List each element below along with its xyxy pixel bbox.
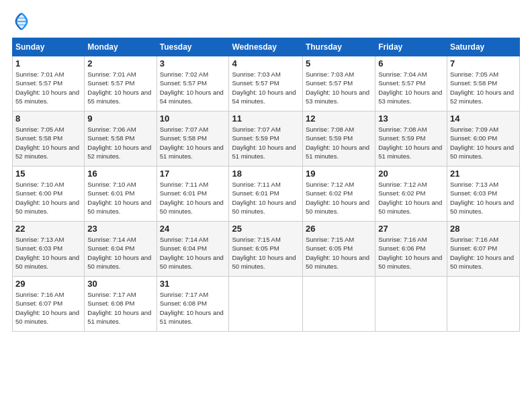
calendar-week-4: 22 Sunrise: 7:13 AMSunset: 6:03 PMDaylig… [13,222,520,277]
day-info: Sunrise: 7:08 AMSunset: 5:59 PMDaylight:… [378,126,442,160]
day-info: Sunrise: 7:12 AMSunset: 6:02 PMDaylight:… [378,181,442,215]
day-number: 14 [450,113,517,124]
day-number: 5 [306,58,372,68]
day-number: 25 [232,224,299,234]
day-info: Sunrise: 7:15 AMSunset: 6:05 PMDaylight:… [306,236,369,270]
day-info: Sunrise: 7:11 AMSunset: 6:01 PMDaylight:… [232,181,296,215]
day-cell-19: 19 Sunrise: 7:12 AMSunset: 6:02 PMDaylig… [302,167,375,222]
day-number: 27 [378,224,444,234]
day-number: 8 [15,113,81,124]
day-number: 21 [450,169,517,179]
day-number: 17 [160,169,226,179]
calendar-week-3: 15 Sunrise: 7:10 AMSunset: 6:00 PMDaylig… [13,167,520,222]
day-number: 12 [306,113,372,124]
day-info: Sunrise: 7:10 AMSunset: 6:01 PMDaylight:… [87,181,151,215]
day-info: Sunrise: 7:13 AMSunset: 6:03 PMDaylight:… [450,181,514,215]
empty-cell [302,277,375,332]
header [12,12,520,31]
calendar-week-2: 8 Sunrise: 7:05 AMSunset: 5:58 PMDayligh… [13,111,520,167]
day-number: 20 [378,169,444,179]
day-cell-27: 27 Sunrise: 7:16 AMSunset: 6:06 PMDaylig… [375,222,447,277]
day-cell-6: 6 Sunrise: 7:04 AMSunset: 5:57 PMDayligh… [375,56,447,111]
day-cell-31: 31 Sunrise: 7:17 AMSunset: 6:08 PMDaylig… [157,277,229,332]
day-info: Sunrise: 7:01 AMSunset: 5:57 PMDaylight:… [87,71,151,105]
day-info: Sunrise: 7:10 AMSunset: 6:00 PMDaylight:… [15,181,79,215]
day-info: Sunrise: 7:17 AMSunset: 6:08 PMDaylight:… [87,291,151,325]
day-cell-12: 12 Sunrise: 7:08 AMSunset: 5:59 PMDaylig… [302,111,375,167]
day-cell-25: 25 Sunrise: 7:15 AMSunset: 6:05 PMDaylig… [229,222,302,277]
day-info: Sunrise: 7:12 AMSunset: 6:02 PMDaylight:… [306,181,369,215]
day-info: Sunrise: 7:03 AMSunset: 5:57 PMDaylight:… [306,71,369,105]
weekday-header-saturday: Saturday [447,38,519,56]
day-info: Sunrise: 7:07 AMSunset: 5:59 PMDaylight:… [232,126,296,160]
empty-cell [229,277,302,332]
day-cell-17: 17 Sunrise: 7:11 AMSunset: 6:01 PMDaylig… [157,167,229,222]
day-number: 9 [87,113,153,124]
logo [12,12,33,31]
day-info: Sunrise: 7:14 AMSunset: 6:04 PMDaylight:… [87,236,151,270]
day-info: Sunrise: 7:17 AMSunset: 6:08 PMDaylight:… [160,291,224,325]
calendar-week-5: 29 Sunrise: 7:16 AMSunset: 6:07 PMDaylig… [13,277,520,332]
day-number: 29 [15,279,81,289]
day-number: 19 [306,169,372,179]
day-info: Sunrise: 7:06 AMSunset: 5:58 PMDaylight:… [87,126,151,160]
day-info: Sunrise: 7:14 AMSunset: 6:04 PMDaylight:… [160,236,224,270]
day-cell-30: 30 Sunrise: 7:17 AMSunset: 6:08 PMDaylig… [85,277,157,332]
day-cell-8: 8 Sunrise: 7:05 AMSunset: 5:58 PMDayligh… [13,111,85,167]
weekday-header-friday: Friday [375,38,447,56]
weekday-header-monday: Monday [85,38,157,56]
calendar-table: SundayMondayTuesdayWednesdayThursdayFrid… [12,38,520,332]
day-info: Sunrise: 7:15 AMSunset: 6:05 PMDaylight:… [232,236,296,270]
day-number: 10 [160,113,226,124]
day-info: Sunrise: 7:07 AMSunset: 5:58 PMDaylight:… [160,126,224,160]
weekday-header-sunday: Sunday [13,38,85,56]
day-number: 22 [15,224,81,234]
day-cell-9: 9 Sunrise: 7:06 AMSunset: 5:58 PMDayligh… [85,111,157,167]
day-number: 23 [87,224,153,234]
day-number: 24 [160,224,226,234]
day-number: 18 [232,169,299,179]
day-cell-5: 5 Sunrise: 7:03 AMSunset: 5:57 PMDayligh… [302,56,375,111]
day-number: 4 [232,58,299,68]
day-info: Sunrise: 7:04 AMSunset: 5:57 PMDaylight:… [378,71,442,105]
empty-cell [447,277,519,332]
day-number: 13 [378,113,444,124]
day-info: Sunrise: 7:16 AMSunset: 6:06 PMDaylight:… [378,236,442,270]
day-info: Sunrise: 7:13 AMSunset: 6:03 PMDaylight:… [15,236,79,270]
day-info: Sunrise: 7:05 AMSunset: 5:58 PMDaylight:… [15,126,79,160]
day-info: Sunrise: 7:09 AMSunset: 6:00 PMDaylight:… [450,126,514,160]
day-info: Sunrise: 7:11 AMSunset: 6:01 PMDaylight:… [160,181,224,215]
day-cell-2: 2 Sunrise: 7:01 AMSunset: 5:57 PMDayligh… [85,56,157,111]
day-cell-3: 3 Sunrise: 7:02 AMSunset: 5:57 PMDayligh… [157,56,229,111]
page: SundayMondayTuesdayWednesdayThursdayFrid… [0,0,532,411]
day-cell-7: 7 Sunrise: 7:05 AMSunset: 5:58 PMDayligh… [447,56,519,111]
day-number: 1 [15,58,81,68]
day-info: Sunrise: 7:16 AMSunset: 6:07 PMDaylight:… [15,291,79,325]
day-number: 6 [378,58,444,68]
weekday-header-wednesday: Wednesday [229,38,302,56]
day-number: 11 [232,113,299,124]
day-number: 3 [160,58,226,68]
logo-icon [12,12,31,31]
day-cell-11: 11 Sunrise: 7:07 AMSunset: 5:59 PMDaylig… [229,111,302,167]
day-number: 7 [450,58,517,68]
day-cell-10: 10 Sunrise: 7:07 AMSunset: 5:58 PMDaylig… [157,111,229,167]
day-cell-26: 26 Sunrise: 7:15 AMSunset: 6:05 PMDaylig… [302,222,375,277]
weekday-header-thursday: Thursday [302,38,375,56]
day-number: 16 [87,169,153,179]
day-info: Sunrise: 7:02 AMSunset: 5:57 PMDaylight:… [160,71,224,105]
day-cell-22: 22 Sunrise: 7:13 AMSunset: 6:03 PMDaylig… [13,222,85,277]
day-cell-29: 29 Sunrise: 7:16 AMSunset: 6:07 PMDaylig… [13,277,85,332]
weekday-header-row: SundayMondayTuesdayWednesdayThursdayFrid… [13,38,520,56]
day-cell-23: 23 Sunrise: 7:14 AMSunset: 6:04 PMDaylig… [85,222,157,277]
day-cell-13: 13 Sunrise: 7:08 AMSunset: 5:59 PMDaylig… [375,111,447,167]
day-cell-1: 1 Sunrise: 7:01 AMSunset: 5:57 PMDayligh… [13,56,85,111]
day-info: Sunrise: 7:08 AMSunset: 5:59 PMDaylight:… [306,126,369,160]
empty-cell [375,277,447,332]
day-info: Sunrise: 7:05 AMSunset: 5:58 PMDaylight:… [450,71,514,105]
day-info: Sunrise: 7:03 AMSunset: 5:57 PMDaylight:… [232,71,296,105]
day-cell-18: 18 Sunrise: 7:11 AMSunset: 6:01 PMDaylig… [229,167,302,222]
day-number: 2 [87,58,153,68]
day-number: 28 [450,224,517,234]
day-cell-4: 4 Sunrise: 7:03 AMSunset: 5:57 PMDayligh… [229,56,302,111]
